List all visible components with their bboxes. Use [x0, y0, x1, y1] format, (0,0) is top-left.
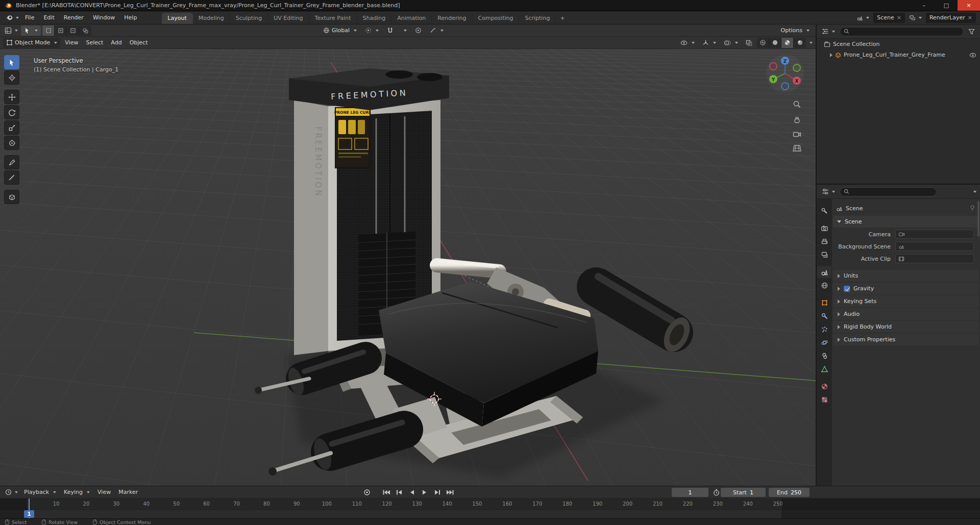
outliner-row-object[interactable]: Prone_Leg_Curl_Trainer_Grey_Frame — [817, 49, 980, 60]
tab-particles[interactable] — [817, 323, 831, 335]
browse-viewlayer-button[interactable] — [908, 14, 923, 22]
menu-marker[interactable]: Marker — [115, 487, 141, 497]
workspace-tab-compositing[interactable]: Compositing — [473, 13, 520, 24]
start-frame-field[interactable]: Start 1 — [721, 488, 766, 497]
perspective-toggle-button[interactable] — [793, 144, 801, 152]
panel-units[interactable]: Units — [833, 270, 979, 282]
menu-help[interactable]: Help — [119, 13, 141, 23]
transform-orientation-dropdown[interactable]: Global — [320, 26, 360, 36]
properties-scrollbar[interactable] — [977, 201, 979, 237]
tab-object-data[interactable] — [817, 363, 831, 375]
camera-field[interactable] — [895, 230, 974, 239]
options-dropdown[interactable]: Options — [778, 26, 813, 36]
zoom-button[interactable] — [793, 100, 801, 109]
shading-wireframe-button[interactable] — [757, 38, 769, 48]
outliner-editor-type-selector[interactable] — [820, 27, 837, 36]
gizmo-y-neg[interactable] — [793, 64, 800, 71]
select-mode-intersect[interactable] — [79, 26, 91, 36]
jump-to-end-button[interactable] — [445, 488, 456, 497]
tool-rotate[interactable] — [4, 105, 19, 119]
tab-texture[interactable] — [817, 393, 831, 406]
workspace-tab-animation[interactable]: Animation — [391, 13, 432, 24]
menu-object[interactable]: Object — [127, 38, 151, 48]
camera-view-button[interactable] — [793, 131, 801, 138]
auto-keying-button[interactable] — [361, 488, 373, 497]
pivot-point-dropdown[interactable] — [362, 26, 382, 36]
expand-icon[interactable] — [830, 53, 832, 57]
tab-physics[interactable] — [817, 336, 831, 348]
shading-dropdown-icon[interactable] — [810, 42, 813, 44]
gizmos-dropdown[interactable] — [699, 38, 719, 48]
workspace-tab-modeling[interactable]: Modeling — [193, 13, 230, 24]
object-type-visibility-dropdown[interactable] — [677, 38, 698, 48]
tool-cursor[interactable] — [4, 70, 19, 85]
gizmo-z-neg[interactable] — [781, 83, 789, 90]
tab-render[interactable] — [817, 222, 831, 234]
panel-gravity[interactable]: Gravity — [833, 283, 979, 294]
tab-scene[interactable] — [817, 266, 831, 278]
tool-measure[interactable] — [4, 170, 19, 185]
select-mode-new[interactable] — [42, 26, 55, 36]
jump-to-start-button[interactable] — [381, 488, 392, 497]
proportional-editing-toggle[interactable] — [412, 26, 425, 36]
gravity-checkbox[interactable] — [844, 286, 850, 292]
proportional-falloff-dropdown[interactable] — [427, 26, 447, 36]
tool-scale[interactable] — [4, 120, 19, 135]
pin-icon[interactable] — [970, 205, 975, 211]
viewport-canvas[interactable]: PRONE LEG CURL F — [0, 49, 816, 486]
minimize-button[interactable]: – — [913, 0, 935, 11]
browse-scene-button[interactable] — [855, 14, 871, 22]
xray-toggle[interactable] — [743, 38, 755, 48]
properties-search-input[interactable] — [840, 187, 937, 196]
shading-solid-button[interactable] — [769, 38, 781, 48]
background-scene-field[interactable] — [895, 242, 974, 251]
panel-keying-sets[interactable]: Keying Sets — [833, 295, 979, 307]
panel-custom-properties[interactable]: Custom Properties — [833, 334, 979, 345]
pan-button[interactable] — [793, 115, 801, 124]
play-button[interactable] — [419, 488, 430, 497]
menu-file[interactable]: File — [20, 13, 39, 23]
workspace-tab-texture-paint[interactable]: Texture Paint — [309, 13, 357, 24]
outliner-filter-button[interactable] — [967, 28, 976, 36]
tab-modifiers[interactable] — [817, 310, 831, 322]
menu-render[interactable]: Render — [59, 13, 88, 23]
tool-move[interactable] — [4, 90, 19, 104]
menu-window[interactable]: Window — [88, 13, 119, 23]
menu-view[interactable]: View — [62, 38, 81, 48]
unlink-scene-icon[interactable]: × — [897, 15, 901, 20]
shading-rendered-button[interactable] — [794, 38, 806, 48]
workspace-tab-rendering[interactable]: Rendering — [432, 13, 472, 24]
hide-viewport-eye-icon[interactable] — [969, 53, 976, 58]
current-frame-field[interactable]: 1 — [672, 488, 708, 497]
navigation-gizmo[interactable]: Z X Y — [766, 54, 804, 93]
add-workspace-button[interactable]: + — [556, 13, 569, 24]
snap-toggle[interactable] — [384, 26, 397, 36]
tool-add-cube[interactable] — [4, 190, 19, 204]
timeline-track[interactable]: 1020304050607080901001101201301401501601… — [0, 498, 980, 519]
menu-timeline-view[interactable]: View — [94, 487, 114, 497]
active-tool-button[interactable] — [21, 26, 41, 36]
3d-scene[interactable]: PRONE LEG CURL F — [0, 49, 816, 486]
tab-object[interactable] — [817, 296, 831, 309]
overlays-dropdown[interactable] — [721, 38, 741, 48]
menu-edit[interactable]: Edit — [39, 13, 59, 23]
select-mode-subtract[interactable] — [67, 26, 79, 36]
end-frame-field[interactable]: End 250 — [769, 488, 810, 497]
next-keyframe-button[interactable] — [432, 488, 443, 497]
current-frame-badge[interactable]: 1 — [24, 510, 34, 518]
menu-add[interactable]: Add — [108, 38, 125, 48]
workspace-tab-uv-editing[interactable]: UV Editing — [268, 13, 309, 24]
scene-selector[interactable]: Scene × — [873, 13, 905, 23]
use-preview-range-button[interactable] — [710, 488, 722, 497]
gizmo-x-neg[interactable] — [770, 63, 777, 70]
properties-filter-dropdown[interactable] — [973, 191, 976, 193]
mode-selector[interactable]: Object Mode — [3, 38, 60, 48]
tool-select-box[interactable] — [4, 55, 19, 69]
tool-transform[interactable] — [4, 136, 19, 150]
panel-audio[interactable]: Audio — [833, 308, 979, 320]
scene-panel-header[interactable]: Scene — [833, 216, 979, 228]
tab-material[interactable] — [817, 380, 831, 392]
blender-menu-button[interactable] — [4, 14, 20, 21]
workspace-tab-layout[interactable]: Layout — [162, 13, 192, 24]
active-clip-field[interactable] — [895, 254, 974, 263]
